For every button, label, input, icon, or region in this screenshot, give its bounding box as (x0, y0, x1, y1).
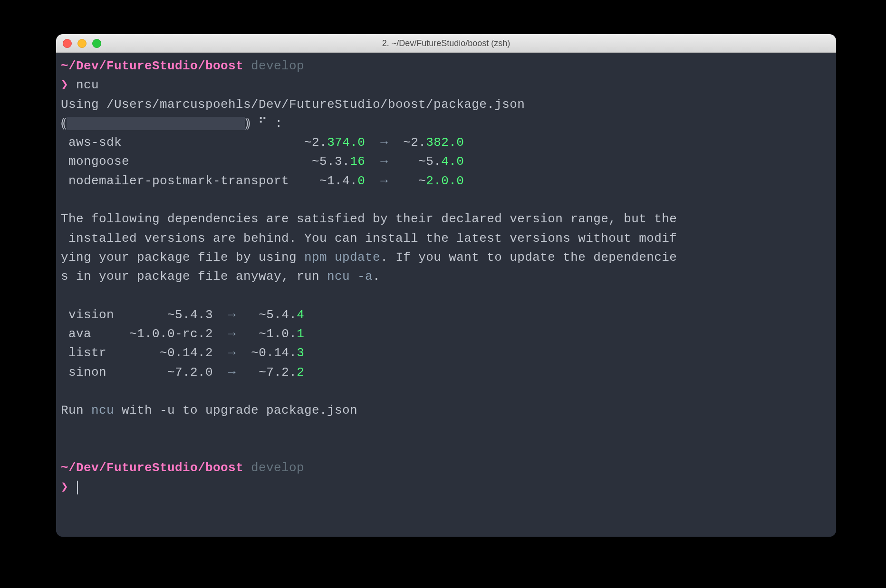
using-label: Using (61, 97, 106, 112)
arrow-icon: → (380, 174, 388, 188)
pkg-name: sinon (68, 365, 106, 379)
footer-post: with -u to upgrade package.json (114, 403, 357, 417)
info-text: The following dependencies are satisfied… (61, 212, 677, 226)
terminal-body[interactable]: ~/Dev/FutureStudio/boost develop ❯ ncu U… (56, 53, 836, 537)
info-text: s in your package file anyway, run (61, 269, 327, 284)
arrow-icon: → (228, 346, 236, 360)
command-entered: ncu (76, 78, 99, 92)
cursor (77, 481, 78, 494)
pkg-name: mongoose (68, 154, 129, 169)
prompt-path: ~/Dev/FutureStudio/boost (61, 59, 243, 73)
window-title: 2. ~/Dev/FutureStudio/boost (zsh) (56, 38, 836, 48)
info-text: ying your package file by using (61, 250, 304, 265)
footer-pre: Run (61, 403, 91, 417)
minimize-icon[interactable] (77, 39, 87, 48)
window-controls (56, 39, 101, 48)
terminal-window: 2. ~/Dev/FutureStudio/boost (zsh) ~/Dev/… (56, 34, 836, 537)
titlebar: 2. ~/Dev/FutureStudio/boost (zsh) (56, 34, 836, 53)
zoom-icon[interactable] (92, 39, 101, 48)
arrow-icon: → (380, 154, 388, 169)
pkg-name: vision (68, 308, 114, 322)
terminal-output: ~/Dev/FutureStudio/boost develop ❯ ncu U… (61, 57, 831, 497)
close-icon[interactable] (63, 39, 72, 48)
arrow-icon: → (228, 365, 236, 379)
pkg-name: listr (68, 346, 106, 360)
pkg-name: ava (68, 327, 91, 341)
prompt-symbol: ❯ (61, 78, 68, 92)
progress-bar (67, 117, 244, 131)
arrow-icon: → (228, 308, 236, 322)
arrow-icon: → (380, 135, 388, 150)
prompt-path: ~/Dev/FutureStudio/boost (61, 461, 243, 475)
inline-command: ncu (91, 403, 114, 417)
progress-left: ⸨ (61, 116, 67, 131)
pkg-name: aws-sdk (68, 135, 122, 150)
prompt-branch: develop (251, 461, 304, 475)
inline-command: npm update (304, 250, 380, 265)
progress-right: ⸩ ⠋ : (245, 116, 283, 131)
inline-command: ncu -a (327, 269, 373, 284)
prompt-symbol: ❯ (61, 480, 68, 494)
arrow-icon: → (228, 327, 236, 341)
pkg-name: nodemailer-postmark-transport (68, 174, 289, 188)
info-text: installed versions are behind. You can i… (61, 231, 677, 246)
prompt-branch: develop (251, 59, 304, 73)
using-path: /Users/marcuspoehls/Dev/FutureStudio/boo… (106, 97, 525, 112)
